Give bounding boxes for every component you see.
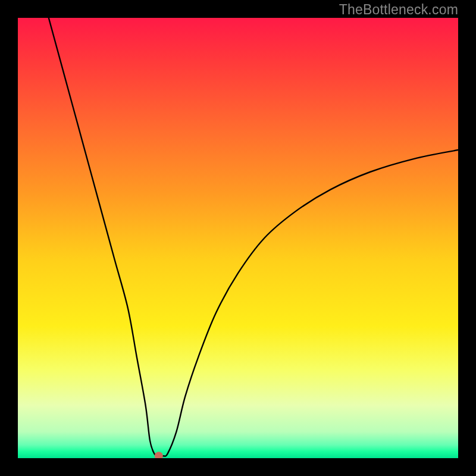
bottleneck-chart xyxy=(18,18,458,458)
chart-frame xyxy=(18,18,458,458)
chart-background xyxy=(18,18,458,458)
watermark-text: TheBottleneck.com xyxy=(339,2,458,18)
